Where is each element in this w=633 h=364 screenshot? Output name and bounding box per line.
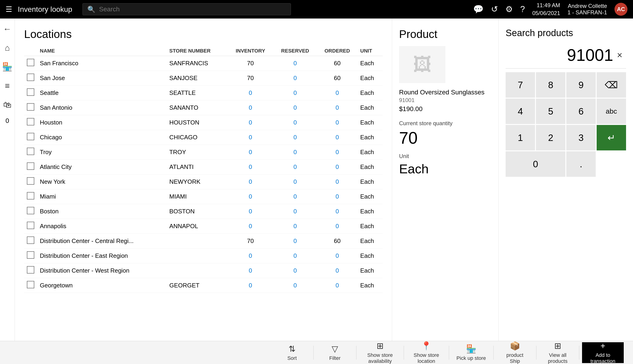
row-inventory: 0: [228, 219, 273, 234]
show-store-location-button[interactable]: 📍 Show store location: [407, 342, 446, 363]
view-all-button[interactable]: ⊞ View all products: [539, 342, 576, 363]
row-reserved: 0: [273, 174, 317, 189]
table-row: HoustonHOUSTON000Each: [24, 115, 383, 130]
numpad-btn-9[interactable]: 9: [566, 72, 596, 98]
row-checkbox[interactable]: [27, 192, 34, 200]
row-checkbox[interactable]: [27, 118, 34, 126]
numpad-btn-4[interactable]: 4: [506, 98, 535, 124]
add-to-transaction-button[interactable]: + Add to transaction: [582, 342, 624, 363]
sidebar-item-home[interactable]: ⌂: [3, 41, 12, 54]
row-ordered: 0: [317, 115, 358, 130]
row-checkbox[interactable]: [27, 281, 34, 288]
row-store-number: SEATTLE: [167, 86, 228, 100]
numpad-btn-6[interactable]: 6: [566, 98, 596, 124]
chat-icon[interactable]: 💬: [473, 4, 484, 14]
row-unit: Each: [357, 219, 383, 234]
numpad-btn-0[interactable]: 0: [506, 151, 565, 177]
toolbar-sep-4: [449, 346, 449, 360]
table-row: New YorkNEWYORK000Each: [24, 174, 383, 189]
numpad-btn-backspace[interactable]: ⌫: [597, 72, 626, 98]
numpad-btn-3[interactable]: 3: [566, 125, 596, 150]
row-checkbox[interactable]: [27, 222, 34, 229]
show-store-availability-button[interactable]: ⊞ Show store availability: [359, 342, 401, 363]
row-name: Troy: [37, 145, 167, 160]
row-store-number: [167, 248, 228, 263]
search-icon: 🔍: [87, 6, 95, 13]
sort-button[interactable]: ⇅ Sort: [273, 342, 310, 363]
numpad-btn-dot[interactable]: .: [566, 151, 596, 177]
table-row: San FranciscoSANFRANCIS70060Each: [24, 56, 383, 71]
col-name: NAME: [37, 46, 167, 56]
table-row: Distribution Center - East Region000Each: [24, 248, 383, 263]
row-unit: Each: [357, 234, 383, 248]
row-store-number: SANJOSE: [167, 71, 228, 86]
row-ordered: 0: [317, 174, 358, 189]
help-icon[interactable]: ?: [520, 4, 525, 14]
row-reserved: 0: [273, 219, 317, 234]
row-name: Distribution Center - East Region: [37, 248, 167, 263]
filter-button[interactable]: ▽ Filter: [316, 342, 354, 363]
row-checkbox[interactable]: [27, 148, 34, 155]
row-reserved: 0: [273, 130, 317, 145]
numpad-btn-5[interactable]: 5: [536, 98, 565, 124]
row-store-number: CHICAGO: [167, 130, 228, 145]
numpad-btn-8[interactable]: 8: [536, 72, 565, 98]
row-unit: Each: [357, 86, 383, 100]
row-checkbox[interactable]: [27, 251, 34, 259]
refresh-icon[interactable]: ↺: [491, 4, 498, 14]
avatar[interactable]: AC: [614, 3, 627, 16]
row-reserved: 0: [273, 71, 317, 86]
row-checkbox[interactable]: [27, 103, 34, 110]
row-name: Boston: [37, 204, 167, 219]
row-store-number: [167, 234, 228, 248]
product-ship-button[interactable]: 📦 product Ship: [496, 342, 533, 363]
row-reserved: 0: [273, 278, 317, 293]
row-unit: Each: [357, 100, 383, 115]
table-row: BostonBOSTON000Each: [24, 204, 383, 219]
sidebar-item-back[interactable]: ←: [2, 22, 14, 36]
row-ordered: 0: [317, 145, 358, 160]
numpad-close-btn[interactable]: ×: [617, 50, 622, 60]
row-inventory: 0: [228, 115, 273, 130]
row-checkbox[interactable]: [27, 177, 34, 185]
settings-icon[interactable]: ⚙: [505, 4, 513, 14]
row-reserved: 0: [273, 145, 317, 160]
numpad-btn-1[interactable]: 1: [506, 125, 535, 150]
row-ordered: 0: [317, 189, 358, 204]
show-store-loc-icon: 📍: [421, 341, 432, 351]
col-ordered: ORDERED: [317, 46, 358, 56]
search-input[interactable]: [99, 6, 286, 13]
row-checkbox[interactable]: [27, 266, 34, 274]
product-panel: Product 🖼 Round Oversized Sunglasses 910…: [392, 18, 499, 341]
row-checkbox[interactable]: [27, 88, 34, 96]
sidebar-item-list[interactable]: ≡: [3, 79, 12, 92]
numpad-btn-abc[interactable]: abc: [597, 98, 626, 124]
sidebar-item-store[interactable]: 🏪: [0, 60, 14, 74]
ship-label: product Ship: [502, 352, 528, 364]
toolbar-sep-5: [493, 346, 494, 360]
row-checkbox[interactable]: [27, 236, 34, 244]
row-checkbox[interactable]: [27, 133, 34, 140]
search-bar[interactable]: 🔍: [83, 3, 291, 15]
product-unit: Each: [399, 161, 491, 176]
row-inventory: 0: [228, 278, 273, 293]
numpad-btn-enter[interactable]: ↵: [597, 125, 626, 150]
menu-icon[interactable]: ☰: [6, 5, 12, 14]
row-ordered: 60: [317, 56, 358, 71]
row-checkbox[interactable]: [27, 207, 34, 214]
row-reserved: 0: [273, 86, 317, 100]
row-ordered: 0: [317, 248, 358, 263]
row-unit: Each: [357, 130, 383, 145]
row-checkbox[interactable]: [27, 59, 34, 66]
topbar: ☰ Inventory lookup 🔍 💬 ↺ ⚙ ? 11:49 AM 05…: [0, 0, 633, 18]
row-checkbox[interactable]: [27, 162, 34, 170]
numpad-btn-2[interactable]: 2: [536, 125, 565, 150]
row-ordered: 0: [317, 86, 358, 100]
row-checkbox[interactable]: [27, 74, 34, 81]
row-name: Chicago: [37, 130, 167, 145]
sidebar-item-bag[interactable]: 🛍: [2, 98, 14, 112]
view-all-icon: ⊞: [554, 341, 561, 351]
numpad-btn-7[interactable]: 7: [506, 72, 535, 98]
pick-up-store-button[interactable]: 🏪 Pick up store: [452, 342, 491, 363]
row-inventory: 0: [228, 174, 273, 189]
